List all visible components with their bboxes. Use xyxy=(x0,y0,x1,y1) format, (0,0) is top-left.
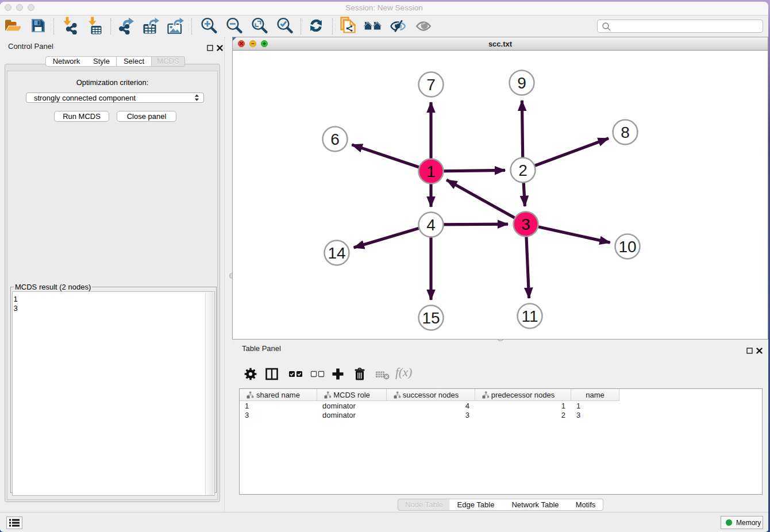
svg-text:3: 3 xyxy=(521,215,530,233)
svg-text:11: 11 xyxy=(521,307,538,325)
svg-text:15: 15 xyxy=(422,309,440,327)
svg-text:2: 2 xyxy=(518,161,528,179)
svg-text:1: 1 xyxy=(426,163,436,180)
svg-text:10: 10 xyxy=(618,238,636,256)
svg-text:4: 4 xyxy=(426,216,436,234)
svg-text:6: 6 xyxy=(330,130,340,148)
svg-text:14: 14 xyxy=(328,244,345,262)
svg-text:8: 8 xyxy=(621,124,630,141)
svg-text:9: 9 xyxy=(517,74,526,92)
svg-text:7: 7 xyxy=(426,76,436,94)
